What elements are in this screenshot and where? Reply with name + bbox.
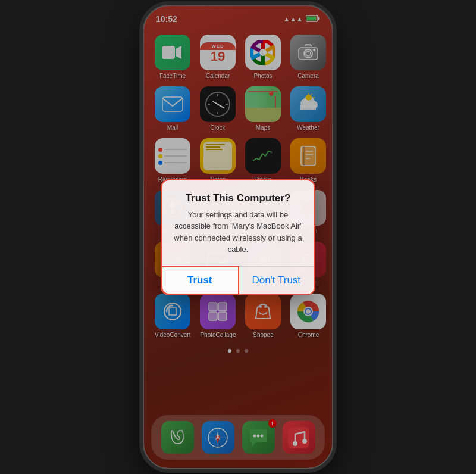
modal-body: Your settings and data will be accessibl… (171, 209, 305, 255)
trust-button[interactable]: Trust (162, 267, 239, 294)
trust-dialog: Trust This Computer? Your settings and d… (161, 179, 315, 295)
modal-title: Trust This Computer? (171, 192, 305, 204)
modal-buttons: Trust Don't Trust (162, 266, 314, 294)
dont-trust-button[interactable]: Don't Trust (239, 267, 315, 294)
phone-frame: 10:52 ▲▲▲ FaceTime (143, 5, 333, 469)
modal-overlay: Trust This Computer? Your settings and d… (144, 6, 332, 468)
